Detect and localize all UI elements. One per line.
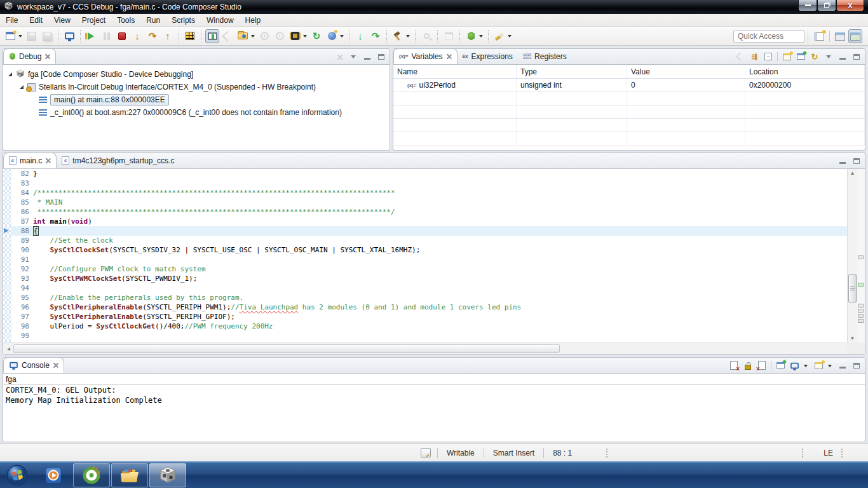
resume-button[interactable]: [85, 29, 98, 43]
line-number[interactable]: 82: [11, 169, 33, 179]
editor-minimize-button[interactable]: [837, 156, 848, 166]
menu-project[interactable]: Project: [76, 15, 111, 26]
overview-marker[interactable]: [858, 309, 864, 313]
line-number[interactable]: 85: [11, 198, 33, 207]
empty-row[interactable]: [393, 92, 865, 105]
line-number[interactable]: 88: [11, 226, 33, 236]
new-button[interactable]: [3, 29, 17, 43]
step-return-button[interactable]: ↑: [161, 29, 175, 43]
menu-view[interactable]: View: [48, 15, 76, 26]
line-number[interactable]: 98: [11, 322, 33, 331]
close-button[interactable]: X: [836, 0, 864, 11]
gutter-strip[interactable]: [3, 264, 11, 274]
line-number[interactable]: 95: [11, 293, 33, 302]
scroll-left-icon[interactable]: ◄: [5, 346, 12, 353]
debug-dropdown[interactable]: [479, 35, 483, 39]
save-button[interactable]: [25, 29, 39, 43]
menu-tools[interactable]: Tools: [111, 15, 140, 26]
debug-tree-row[interactable]: main() at main.c:88 0x000003EE: [3, 93, 390, 106]
gutter-strip[interactable]: [3, 245, 11, 255]
gutter-strip[interactable]: [3, 217, 11, 226]
scroll-down-icon[interactable]: ▼: [849, 335, 856, 342]
gutter-strip[interactable]: [3, 274, 11, 283]
gutter-strip[interactable]: [3, 207, 11, 217]
code-line[interactable]: 95 //Enable the peripherals used by this…: [3, 293, 847, 302]
menu-scripts[interactable]: Scripts: [166, 15, 201, 26]
code-line[interactable]: 82}: [3, 169, 847, 179]
code-line[interactable]: 90 SysCtlClockSet(SYSCTL_SYSDIV_32 | SYS…: [3, 245, 847, 255]
new-view-button[interactable]: [782, 51, 792, 62]
connect-target-button[interactable]: [205, 29, 219, 43]
ccs-debug-perspective-button[interactable]: [848, 29, 862, 43]
code-line[interactable]: 97 SysCtlPeripheralEnable(SYSCTL_PERIPH_…: [3, 312, 847, 322]
line-number[interactable]: 87: [11, 217, 33, 226]
column-header-location[interactable]: Location: [745, 65, 865, 78]
code-line[interactable]: 86 *************************************…: [3, 207, 847, 217]
quick-access-input[interactable]: [733, 30, 804, 43]
view-registers-button[interactable]: [183, 29, 197, 43]
new-target-dropdown[interactable]: [340, 35, 344, 39]
window-titlebar[interactable]: workspace_v7 - CCS Debug - fga/main.c - …: [0, 0, 868, 14]
search-button[interactable]: [492, 29, 506, 43]
vars-minimize-button[interactable]: [837, 51, 848, 62]
tab-tm4c123gh6pm_startup_ccs-c[interactable]: ctm4c123gh6pm_startup_ccs.c: [57, 152, 179, 168]
twistie-icon[interactable]: [8, 72, 12, 76]
twistie-icon[interactable]: [20, 85, 24, 89]
open-console-dropdown[interactable]: [828, 365, 832, 369]
taskbar-browser-button[interactable]: [73, 463, 110, 487]
restore-button[interactable]: [817, 0, 836, 11]
gutter-strip[interactable]: [3, 293, 11, 302]
tab-console[interactable]: Console: [3, 357, 64, 373]
step-over-button[interactable]: ↷: [146, 29, 159, 43]
new-dropdown[interactable]: [18, 35, 22, 39]
build-dropdown[interactable]: [406, 35, 410, 39]
pin-view-button[interactable]: [796, 51, 806, 62]
empty-row[interactable]: [393, 105, 865, 119]
debug-view-menu-button[interactable]: [348, 51, 358, 62]
gutter-strip[interactable]: [3, 198, 11, 207]
word-wrap-button[interactable]: [757, 360, 767, 370]
line-number[interactable]: 89: [11, 236, 33, 245]
terminate-button[interactable]: [115, 29, 129, 43]
scroll-up-icon[interactable]: ▲: [849, 170, 856, 177]
profile-clock2-button[interactable]: [273, 29, 287, 43]
taskbar-wmp-button[interactable]: [35, 463, 72, 487]
tab-main-c[interactable]: cmain.c: [3, 152, 57, 168]
source-lookup-button[interactable]: [220, 29, 234, 43]
line-number[interactable]: 99: [11, 331, 33, 341]
search-dropdown[interactable]: [508, 35, 512, 39]
line-number[interactable]: 97: [11, 312, 33, 322]
gutter-strip[interactable]: [3, 322, 11, 331]
gutter-strip[interactable]: [3, 169, 11, 179]
ccs-edit-perspective-button[interactable]: [833, 29, 847, 43]
menu-edit[interactable]: Edit: [24, 15, 48, 26]
build-button[interactable]: [391, 29, 405, 43]
gutter-strip[interactable]: [3, 255, 11, 264]
display-console-button[interactable]: [789, 360, 799, 370]
gutter-strip[interactable]: [3, 226, 11, 236]
code-line[interactable]: 93 SysCtlPWMClockSet(SYSCTL_PWMDIV_1);: [3, 274, 847, 283]
menu-window[interactable]: Window: [201, 15, 240, 26]
new-target-config-button[interactable]: [325, 29, 339, 43]
overview-marker[interactable]: [858, 255, 864, 259]
collapse-all-button[interactable]: −: [763, 51, 773, 62]
debug-tree-row[interactable]: _c_int00() at boot.asm:227 0x000009C6 (_…: [3, 106, 390, 119]
line-number[interactable]: 86: [11, 207, 33, 217]
column-header-name[interactable]: Name: [393, 65, 517, 78]
code-line[interactable]: 84/*************************************…: [3, 188, 847, 198]
watch-expression-button[interactable]: ⇶: [749, 51, 759, 62]
gutter-strip[interactable]: [3, 188, 11, 198]
horizontal-scrollbar[interactable]: ◄: [3, 342, 847, 354]
vertical-scrollbar[interactable]: ▲ ▼: [847, 169, 857, 342]
debug-minimize-button[interactable]: [362, 51, 372, 62]
gutter-strip[interactable]: [3, 283, 11, 293]
gutter-strip[interactable]: [3, 302, 11, 312]
step-into-button[interactable]: ↓: [130, 29, 144, 43]
editor-maximize-button[interactable]: [851, 156, 862, 166]
gutter-strip[interactable]: [3, 331, 11, 341]
clear-console-button[interactable]: [729, 360, 739, 370]
code-line[interactable]: 94: [3, 283, 847, 293]
code-line[interactable]: 87int main(void): [3, 217, 847, 226]
profile-button[interactable]: [419, 29, 433, 43]
scroll-lock-button[interactable]: [743, 360, 753, 370]
